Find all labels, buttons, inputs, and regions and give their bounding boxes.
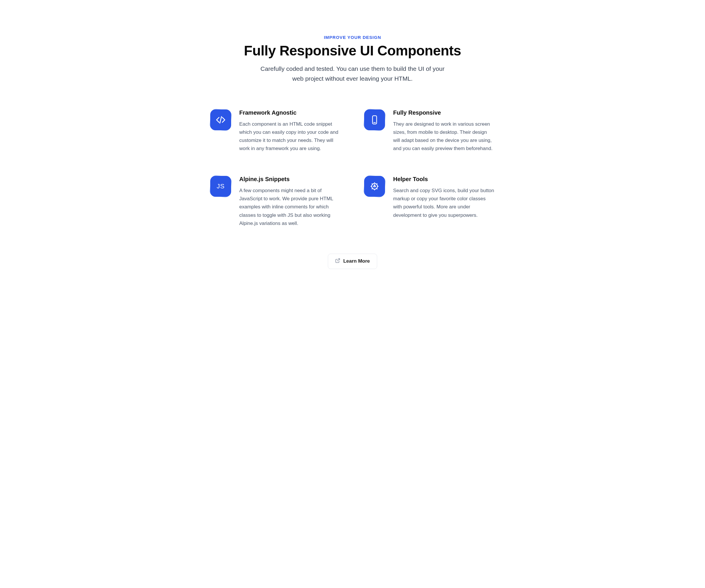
feature-icon-wrap [364, 109, 385, 130]
svg-line-0 [220, 117, 222, 124]
feature-helper-tools: Helper Tools Search and copy SVG icons, … [364, 176, 495, 227]
features-grid: Framework Agnostic Each component is an … [210, 109, 495, 227]
page-title: Fully Responsive UI Components [210, 43, 495, 59]
feature-description: Search and copy SVG icons, build your bu… [393, 187, 495, 219]
page-subtitle: Carefully coded and tested. You can use … [260, 64, 445, 83]
feature-content: Framework Agnostic Each component is an … [239, 109, 341, 153]
feature-framework-agnostic: Framework Agnostic Each component is an … [210, 109, 341, 153]
external-link-icon [335, 258, 340, 265]
gear-icon [364, 176, 385, 197]
page-header: IMPROVE YOUR DESIGN Fully Responsive UI … [210, 35, 495, 83]
svg-line-11 [377, 184, 377, 184]
svg-line-10 [372, 188, 373, 189]
feature-title: Helper Tools [393, 176, 495, 183]
feature-description: They are designed to work in various scr… [393, 120, 495, 153]
feature-description: Each component is an HTML code snippet w… [239, 120, 341, 153]
svg-line-12 [337, 258, 340, 261]
learn-more-button[interactable]: Learn More [328, 254, 377, 269]
feature-content: Alpine.js Snippets A few components migh… [239, 176, 341, 227]
code-icon [210, 109, 231, 130]
smartphone-icon [364, 109, 385, 130]
js-icon-text: JS [217, 183, 225, 190]
feature-title: Fully Responsive [393, 109, 495, 116]
feature-alpinejs-snippets: JS Alpine.js Snippets A few components m… [210, 176, 341, 227]
svg-line-8 [372, 184, 373, 184]
svg-line-9 [377, 188, 377, 189]
js-icon: JS [210, 176, 231, 197]
feature-title: Alpine.js Snippets [239, 176, 341, 183]
feature-content: Fully Responsive They are designed to wo… [393, 109, 495, 153]
feature-icon-wrap [364, 176, 385, 197]
feature-description: A few components might need a bit of Jav… [239, 187, 341, 227]
feature-icon-wrap [210, 109, 231, 130]
feature-fully-responsive: Fully Responsive They are designed to wo… [364, 109, 495, 153]
cta-wrapper: Learn More [210, 254, 495, 269]
feature-title: Framework Agnostic [239, 109, 341, 116]
learn-more-label: Learn More [343, 258, 370, 264]
feature-icon-wrap: JS [210, 176, 231, 197]
feature-content: Helper Tools Search and copy SVG icons, … [393, 176, 495, 227]
header-eyebrow: IMPROVE YOUR DESIGN [210, 35, 495, 40]
